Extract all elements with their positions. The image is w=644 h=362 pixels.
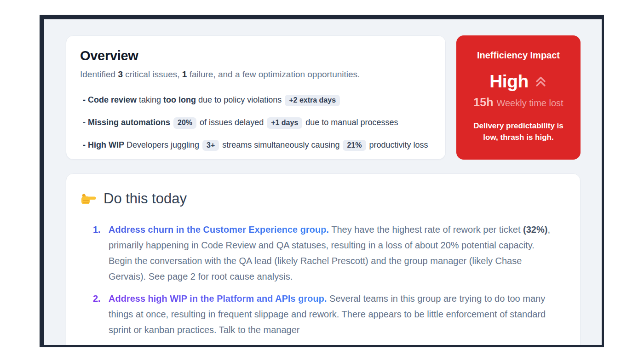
weekly-hours-lost-value: 15h: [473, 96, 493, 109]
overview-card: Overview Identified 3 critical issues, 1…: [66, 35, 446, 160]
item-number: 2.: [93, 291, 101, 306]
issue-lead: - Code review: [83, 95, 137, 104]
metric-badge-loss: 21%: [343, 140, 366, 151]
action-item-churn: 1.Address churn in the Customer Experien…: [93, 222, 553, 284]
action-item-wip: 2.Address high WIP in the Platform and A…: [93, 291, 553, 338]
issue-text: [170, 118, 172, 127]
subtitle-text: Identified: [80, 69, 118, 79]
issue-high-wip: - High WIP Developers juggling 3+ stream…: [80, 140, 431, 151]
subtitle-text: failure, and a few optimization opportun…: [187, 69, 360, 79]
impact-note: Delivery predictability is low, thrash i…: [466, 121, 570, 143]
issue-lead: - High WIP: [83, 140, 124, 149]
action-body: They have the highest rate of rework per…: [329, 224, 523, 235]
issue-emphasis: too long: [163, 95, 196, 104]
failure-count: 1: [182, 69, 187, 79]
issue-text: Developers juggling: [124, 140, 201, 149]
overview-title: Overview: [80, 48, 431, 63]
impact-hours-row: 15hWeekly time lost: [473, 95, 563, 109]
issue-text: due to policy violations: [196, 95, 284, 104]
issue-missing-automations: - Missing automations 20% of issues dela…: [80, 117, 431, 129]
action-list: 1.Address churn in the Customer Experien…: [80, 222, 566, 338]
rework-rate-value: (32%): [523, 224, 547, 235]
do-this-today-label: Do this today: [104, 190, 187, 207]
report-content: Overview Identified 3 critical issues, 1…: [44, 19, 602, 347]
impact-card-title: Inefficiency Impact: [477, 50, 560, 61]
do-this-today-title: Do this today: [80, 190, 566, 207]
item-number: 1.: [93, 222, 101, 237]
issue-lead: - Missing automations: [83, 118, 170, 127]
issue-text: productivity loss: [367, 140, 428, 149]
metric-badge-delay: +1 days: [267, 117, 302, 129]
action-lead: Address high WIP in the Platform and API…: [109, 293, 327, 304]
do-this-today-card: Do this today 1.Address churn in the Cus…: [66, 173, 581, 347]
issue-text: taking: [137, 95, 163, 104]
metric-badge-streams: 3+: [202, 140, 219, 151]
issue-text: due to manual processes: [303, 118, 398, 127]
pointing-right-hand-icon: [80, 190, 97, 207]
issue-text: of issues delayed: [197, 118, 266, 127]
double-chevron-up-icon: [534, 75, 547, 88]
report-frame: Overview Identified 3 critical issues, 1…: [40, 15, 604, 347]
impact-level-row: High: [489, 72, 547, 90]
overview-subtitle: Identified 3 critical issues, 1 failure,…: [80, 69, 431, 80]
issue-code-review: - Code review taking too long due to pol…: [80, 95, 431, 106]
action-lead: Address churn in the Customer Experience…: [109, 224, 329, 235]
impact-level-value: High: [489, 72, 529, 90]
weekly-hours-lost-label: Weekly time lost: [496, 98, 563, 108]
metric-badge-extra-days: +2 extra days: [285, 95, 340, 106]
subtitle-text: critical issues,: [123, 69, 182, 79]
issue-text: streams simultaneously causing: [220, 140, 342, 149]
metric-badge-percent: 20%: [173, 117, 196, 129]
inefficiency-impact-card: Inefficiency Impact High 15hWeekly time …: [456, 35, 581, 160]
summary-row: Overview Identified 3 critical issues, 1…: [66, 35, 581, 160]
critical-issues-count: 3: [118, 69, 123, 79]
